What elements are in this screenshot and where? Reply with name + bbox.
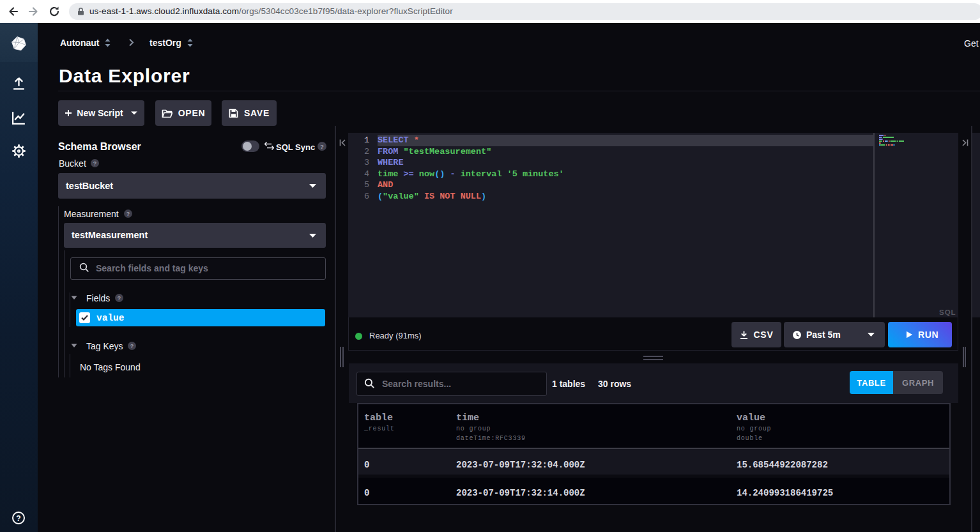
svg-text:?: ? <box>320 143 324 150</box>
svg-text:?: ? <box>130 343 134 349</box>
svg-text:?: ? <box>118 295 121 301</box>
svg-text:?: ? <box>126 211 130 217</box>
svg-text:?: ? <box>93 160 96 167</box>
svg-text:?: ? <box>16 514 20 523</box>
